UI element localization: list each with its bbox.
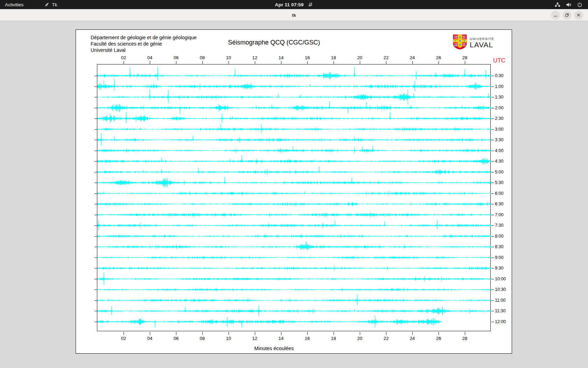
y-tick-left (94, 289, 97, 290)
app-menu[interactable]: Tk (41, 0, 61, 9)
y-tick-left (94, 118, 97, 119)
y-tick-right (491, 193, 494, 194)
x-tick-label-top: 18 (329, 55, 338, 60)
x-tick-label-bottom: 20 (355, 336, 364, 341)
system-status-area[interactable] (555, 0, 588, 9)
y-tick-left (94, 225, 97, 226)
y-tick-left (94, 268, 97, 268)
x-tick-label-top: 26 (434, 55, 443, 60)
x-tick-top (150, 61, 150, 64)
y-tick-right (491, 236, 494, 237)
x-tick-label-bottom: 06 (172, 336, 181, 341)
trace-time-label: 3:00 (495, 127, 503, 132)
x-tick-label-top: 22 (382, 55, 391, 60)
top-bar: Activities Tk Apr 11 07:59 (0, 0, 588, 9)
x-tick-bottom (412, 332, 413, 335)
x-tick-bottom (307, 332, 308, 335)
minimize-button[interactable] (551, 11, 560, 20)
header-line-3: Université Laval (91, 47, 197, 53)
y-tick-right (491, 322, 494, 322)
y-tick-right (491, 204, 494, 204)
y-tick-right (491, 258, 494, 258)
x-tick-label-bottom: 22 (382, 336, 391, 341)
trace-time-label: 2:30 (495, 116, 503, 121)
x-tick-top (202, 61, 203, 64)
app-menu-label: Tk (52, 2, 57, 7)
x-tick-label-bottom: 04 (145, 336, 154, 341)
x-tick-label-top: 20 (355, 55, 364, 60)
y-tick-left (94, 97, 97, 97)
x-tick-label-bottom: 28 (460, 336, 469, 341)
trace-time-label: 12:00 (495, 319, 506, 325)
y-tick-left (94, 204, 97, 204)
x-tick-bottom (202, 332, 203, 335)
y-tick-right (491, 108, 494, 108)
x-tick-label-top: 12 (250, 55, 259, 60)
y-tick-right (491, 87, 494, 87)
x-tick-bottom (124, 332, 124, 335)
y-tick-left (94, 311, 97, 311)
x-tick-label-bottom: 24 (408, 336, 417, 341)
trace-time-label: 7:00 (495, 212, 503, 218)
y-tick-left (94, 258, 97, 258)
window-titlebar[interactable]: tk (0, 9, 588, 21)
x-tick-top (334, 61, 334, 64)
y-tick-left (94, 108, 97, 108)
x-tick-top (412, 61, 413, 64)
y-tick-right (491, 311, 494, 311)
y-tick-right (491, 300, 494, 301)
trace-time-label: 8:00 (495, 233, 503, 239)
plot-frame (97, 64, 491, 331)
x-tick-label-bottom: 02 (119, 336, 128, 341)
maximize-button[interactable] (562, 11, 572, 20)
x-tick-top (281, 61, 281, 64)
trace-time-label: 6:30 (495, 201, 503, 207)
y-tick-right (491, 151, 494, 151)
window-controls (551, 11, 583, 20)
x-tick-bottom (255, 332, 255, 335)
y-tick-right (491, 97, 494, 97)
y-tick-left (94, 193, 97, 194)
y-tick-right (491, 118, 494, 119)
clock-area: Apr 11 07:59 (0, 0, 588, 9)
x-tick-label-top: 14 (276, 55, 286, 60)
y-tick-right (491, 140, 494, 140)
x-tick-label-top: 06 (172, 55, 181, 60)
clock[interactable]: Apr 11 07:59 (275, 2, 304, 7)
y-tick-right (491, 279, 494, 279)
laval-logo-line1: UNIVERSITÉ (470, 37, 494, 41)
trace-time-label: 4:00 (495, 148, 503, 154)
x-tick-label-bottom: 18 (329, 336, 338, 341)
y-tick-left (94, 236, 97, 237)
trace-time-label: 3:30 (495, 137, 503, 143)
plot-title: Séismographe QCQ (CGC/GSC) (97, 39, 451, 46)
x-tick-top (386, 61, 386, 64)
y-tick-right (491, 289, 494, 290)
trace-time-label: 9:00 (495, 255, 503, 260)
x-axis-title: Minutes écoulées (97, 346, 451, 351)
activities-button[interactable]: Activities (0, 0, 28, 9)
trace-time-label: 10:00 (495, 276, 506, 282)
close-button[interactable] (574, 11, 583, 20)
activities-label: Activities (5, 2, 23, 7)
y-tick-left (94, 247, 97, 247)
y-tick-left (94, 140, 97, 140)
laval-logo-line2: LAVAL (470, 41, 494, 48)
x-tick-top (229, 61, 229, 64)
network-wired-icon (555, 2, 560, 7)
x-tick-label-top: 24 (408, 55, 417, 60)
y-tick-right (491, 76, 494, 76)
trace-time-label: 10:30 (495, 287, 506, 292)
trace-time-label: 2:00 (495, 105, 503, 111)
y-tick-left (94, 183, 97, 183)
y-tick-right (491, 215, 494, 215)
x-tick-bottom (150, 332, 150, 335)
laval-logo: UNIVERSITÉ LAVAL (453, 34, 494, 51)
y-tick-left (94, 300, 97, 301)
x-tick-label-top: 10 (224, 55, 233, 60)
trace-time-label: 5:00 (495, 169, 503, 175)
y-tick-right (491, 247, 494, 247)
y-tick-right (491, 183, 494, 183)
x-tick-top (465, 61, 465, 64)
x-tick-bottom (439, 332, 439, 335)
